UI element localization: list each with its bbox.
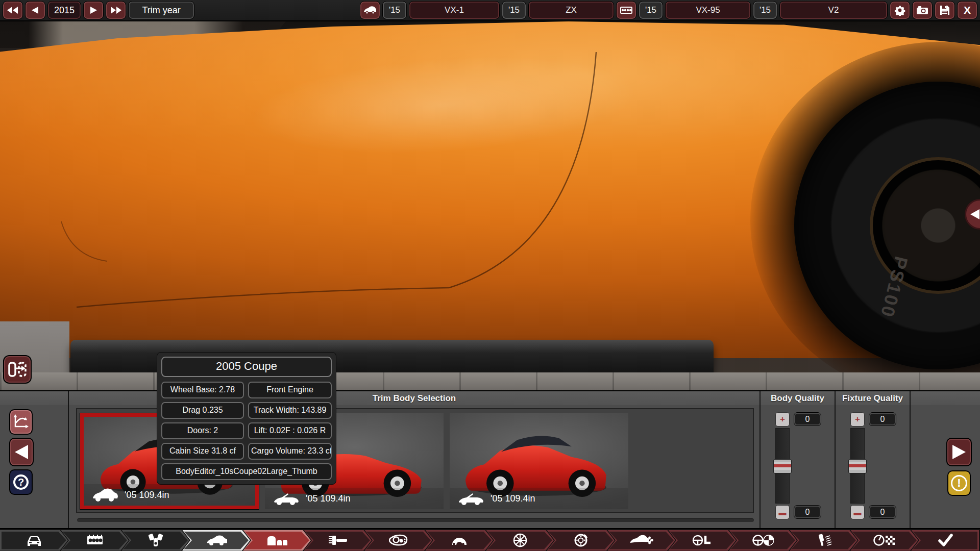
nav-tab-aero-cooling[interactable] (607, 530, 675, 551)
car-icon (363, 6, 377, 15)
minus-icon: ▬ (779, 508, 787, 517)
nav-tab-engine-variant[interactable] (121, 530, 189, 551)
fixture-quality-top-value: 0 (869, 413, 896, 425)
thumbnail-caption: '05 109.4in (450, 488, 628, 509)
nav-tab-brakes[interactable] (547, 530, 615, 551)
back-arrow-icon (15, 445, 28, 459)
year-forward-button[interactable] (84, 2, 103, 19)
viewport-3d[interactable]: PS100 (0, 21, 980, 390)
gear-icon (451, 535, 468, 546)
weight-balance-icon (752, 534, 774, 547)
tab-label: VX-95 (696, 5, 720, 15)
tab-label: '15 (389, 5, 400, 15)
body-thumbnail-softtop[interactable]: '05 109.4in (450, 413, 628, 509)
stats-graph-button[interactable] (9, 409, 33, 435)
step-back-icon (32, 7, 39, 14)
thumbnail-label: '05 109.4in (306, 493, 351, 504)
screenshot-button[interactable] (913, 2, 932, 19)
year-back-button[interactable] (26, 2, 45, 19)
fixture-quality-bottom-value: 0 (869, 506, 896, 518)
nav-tab-exhaust[interactable] (304, 530, 372, 551)
tab-model-vx1[interactable]: VX-1 (409, 2, 499, 19)
tab-car-year-1[interactable]: '15 (383, 2, 406, 19)
forward-button[interactable] (946, 438, 972, 466)
fast-forward-icon (110, 7, 121, 14)
thumbnail-caption: '05 109.4in (84, 484, 255, 506)
tab-variant-v2[interactable]: V2 (780, 2, 887, 19)
tooltip-row: Drag 0.235 Track Width: 143.89 (161, 402, 332, 419)
question-mark-icon: ? (13, 474, 29, 490)
warning-icon: ! (951, 475, 967, 491)
nav-tab-testing[interactable] (850, 530, 918, 551)
tab-variant-year[interactable]: '15 (753, 2, 777, 19)
stat-wheelbase: Wheel Base: 2.78 (161, 382, 244, 398)
nav-tab-fixtures[interactable] (364, 530, 432, 551)
stat-cabin-size: Cabin Size 31.8 cf (161, 443, 244, 460)
top-bar: 2015 Trim year '15 VX-1 '15 ZX ' (0, 0, 980, 21)
minus-icon: ▬ (854, 508, 862, 517)
rewind-icon (7, 7, 18, 14)
nav-tab-interior[interactable] (668, 530, 736, 551)
save-icon (940, 5, 950, 15)
clone-body-button[interactable] (4, 356, 31, 383)
rewind-button[interactable] (3, 2, 22, 19)
checkmark-icon (938, 534, 953, 547)
body-quality-minus-button[interactable]: ▬ (775, 505, 790, 519)
nav-tab-car-model[interactable] (0, 530, 68, 551)
stat-engine-position: Front Engine (248, 382, 332, 398)
nav-tab-suspension[interactable] (790, 530, 857, 551)
tab-label: '15 (760, 5, 771, 15)
tab-label: ZX (566, 5, 577, 15)
trim-seats-icon (266, 534, 288, 546)
tab-engine-year[interactable]: '15 (639, 2, 663, 19)
actions-column: ! (911, 405, 980, 529)
car-body-icon (206, 535, 227, 545)
panel-content-row: ? (0, 405, 980, 529)
tab-label: V2 (828, 5, 839, 15)
testing-gauge-flag-icon (873, 534, 896, 547)
trim-year-label: Trim year (129, 2, 194, 19)
settings-button[interactable] (890, 2, 910, 19)
body-quality-plus-button[interactable]: + (775, 412, 790, 427)
fixture-quality-plus-button[interactable]: + (850, 412, 865, 427)
camera-icon (916, 6, 928, 15)
stat-track-width: Track Width: 143.89 (248, 402, 332, 419)
actions-header (911, 391, 980, 405)
fixture-quality-header: Fixture Quality (836, 391, 911, 405)
nav-tab-finish[interactable] (911, 530, 979, 551)
engine-icon (620, 6, 632, 14)
close-button[interactable]: X (958, 2, 977, 19)
warning-button[interactable]: ! (947, 470, 971, 496)
body-quality-slider-handle[interactable] (773, 459, 792, 473)
nav-tab-weight-balance[interactable] (729, 530, 797, 551)
fixture-quality-column: + 0 ▬ 0 (836, 405, 911, 529)
tooltip-row: Cabin Size 31.8 cf Cargo Volume: 23.3 cf (161, 443, 332, 460)
tooltip-title: 2005 Coupe (161, 357, 332, 377)
body-quality-top-value: 0 (794, 413, 821, 425)
pistons-icon (148, 533, 163, 547)
engine-block-icon (86, 534, 104, 546)
tooltip-row: Doors: 2 Lift: 0.02F : 0.026 R (161, 422, 332, 439)
tab-trim-year-1[interactable]: '15 (502, 2, 526, 19)
tab-trim-zx[interactable]: ZX (529, 2, 614, 19)
nav-tab-trim-body[interactable] (243, 530, 311, 551)
tools-column: ? (0, 405, 69, 529)
nav-tab-car-body[interactable] (182, 530, 250, 551)
fast-forward-button[interactable] (106, 2, 126, 19)
help-button[interactable]: ? (9, 469, 33, 495)
save-button[interactable] (935, 2, 954, 19)
tab-label: '15 (645, 5, 656, 15)
brake-disc-icon (574, 533, 588, 547)
nav-tab-wheels[interactable] (486, 530, 554, 551)
car-model-tab-button[interactable] (360, 2, 380, 19)
stat-cargo-volume: Cargo Volume: 23.3 cf (248, 443, 332, 460)
engine-tab-button[interactable] (617, 2, 636, 19)
fixture-quality-minus-button[interactable]: ▬ (850, 505, 865, 519)
tooltip-row: Wheel Base: 2.78 Front Engine (161, 382, 332, 398)
thumbnail-scrollbar[interactable] (77, 518, 754, 522)
back-button[interactable] (9, 438, 34, 466)
tab-engine-vx95[interactable]: VX-95 (666, 2, 750, 19)
nav-tab-engine-family[interactable] (61, 530, 129, 551)
nav-tab-gearbox[interactable] (425, 530, 493, 551)
fixture-quality-slider-handle[interactable] (848, 459, 867, 473)
